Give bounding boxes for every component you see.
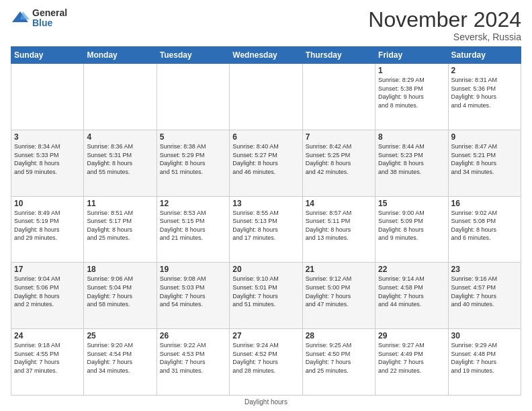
day-info: Sunrise: 9:08 AM Sunset: 5:03 PM Dayligh… [160, 275, 226, 308]
calendar-cell: 14Sunrise: 8:57 AM Sunset: 5:11 PM Dayli… [302, 196, 375, 263]
calendar-cell: 17Sunrise: 9:04 AM Sunset: 5:06 PM Dayli… [11, 263, 84, 329]
title-area: November 2024 Seversk, Russia [368, 8, 521, 42]
day-number: 11 [87, 199, 153, 208]
calendar-cell: 22Sunrise: 9:14 AM Sunset: 4:58 PM Dayli… [375, 263, 448, 329]
day-number: 13 [232, 199, 299, 208]
day-info: Sunrise: 9:10 AM Sunset: 5:01 PM Dayligh… [232, 275, 299, 308]
day-number: 21 [306, 265, 372, 274]
day-info: Sunrise: 8:40 AM Sunset: 5:27 PM Dayligh… [232, 142, 299, 176]
calendar-cell [302, 64, 375, 130]
calendar-cell: 15Sunrise: 9:00 AM Sunset: 5:09 PM Dayli… [375, 196, 448, 263]
day-number: 23 [451, 265, 518, 274]
day-number: 18 [87, 265, 153, 274]
day-number: 12 [160, 199, 226, 208]
day-info: Sunrise: 9:24 AM Sunset: 4:52 PM Dayligh… [232, 341, 299, 375]
day-number: 29 [378, 331, 445, 340]
calendar-cell: 29Sunrise: 9:27 AM Sunset: 4:49 PM Dayli… [375, 329, 448, 396]
day-number: 28 [306, 331, 372, 340]
day-info: Sunrise: 9:16 AM Sunset: 4:57 PM Dayligh… [451, 275, 518, 308]
day-info: Sunrise: 8:31 AM Sunset: 5:36 PM Dayligh… [451, 76, 518, 109]
day-number: 20 [232, 265, 299, 274]
day-number: 9 [451, 132, 518, 142]
calendar-cell: 9Sunrise: 8:47 AM Sunset: 5:21 PM Daylig… [448, 130, 521, 196]
calendar-week-row: 17Sunrise: 9:04 AM Sunset: 5:06 PM Dayli… [11, 263, 521, 329]
calendar-day-header: Saturday [448, 47, 521, 64]
day-info: Sunrise: 8:44 AM Sunset: 5:23 PM Dayligh… [378, 142, 445, 176]
header: General Blue November 2024 Seversk, Russ… [11, 8, 521, 42]
page: General Blue November 2024 Seversk, Russ… [0, 0, 532, 411]
footer-note: Daylight hours [11, 398, 521, 406]
day-number: 24 [14, 331, 81, 340]
calendar-day-header: Wednesday [230, 47, 302, 64]
logo: General Blue [11, 8, 67, 29]
day-info: Sunrise: 8:38 AM Sunset: 5:29 PM Dayligh… [160, 142, 226, 176]
day-number: 6 [232, 132, 299, 142]
day-number: 17 [14, 265, 81, 274]
month-title: November 2024 [368, 8, 521, 32]
logo-icon [11, 9, 30, 28]
day-info: Sunrise: 9:18 AM Sunset: 4:55 PM Dayligh… [14, 341, 81, 375]
calendar-cell: 6Sunrise: 8:40 AM Sunset: 5:27 PM Daylig… [230, 130, 302, 196]
day-number: 2 [451, 66, 518, 75]
calendar-cell [157, 64, 229, 130]
calendar-cell: 13Sunrise: 8:55 AM Sunset: 5:13 PM Dayli… [230, 196, 302, 263]
day-info: Sunrise: 8:47 AM Sunset: 5:21 PM Dayligh… [451, 142, 518, 176]
calendar-cell: 25Sunrise: 9:20 AM Sunset: 4:54 PM Dayli… [84, 329, 157, 396]
calendar-cell: 19Sunrise: 9:08 AM Sunset: 5:03 PM Dayli… [157, 263, 229, 329]
logo-text: General Blue [32, 8, 67, 29]
calendar-week-row: 1Sunrise: 8:29 AM Sunset: 5:38 PM Daylig… [11, 64, 521, 130]
day-info: Sunrise: 8:42 AM Sunset: 5:25 PM Dayligh… [306, 142, 372, 176]
calendar-cell: 18Sunrise: 9:06 AM Sunset: 5:04 PM Dayli… [84, 263, 157, 329]
calendar-cell: 1Sunrise: 8:29 AM Sunset: 5:38 PM Daylig… [375, 64, 448, 130]
calendar-cell: 20Sunrise: 9:10 AM Sunset: 5:01 PM Dayli… [230, 263, 302, 329]
day-number: 27 [232, 331, 299, 340]
day-info: Sunrise: 9:12 AM Sunset: 5:00 PM Dayligh… [306, 275, 372, 308]
day-number: 5 [160, 132, 226, 142]
day-number: 19 [160, 265, 226, 274]
calendar-cell: 27Sunrise: 9:24 AM Sunset: 4:52 PM Dayli… [230, 329, 302, 396]
day-info: Sunrise: 8:34 AM Sunset: 5:33 PM Dayligh… [14, 142, 81, 176]
calendar-cell: 12Sunrise: 8:53 AM Sunset: 5:15 PM Dayli… [157, 196, 229, 263]
calendar-day-header: Friday [375, 47, 448, 64]
day-number: 7 [306, 132, 372, 142]
day-number: 30 [451, 331, 518, 340]
day-info: Sunrise: 8:49 AM Sunset: 5:19 PM Dayligh… [14, 209, 81, 242]
logo-general: General [32, 8, 67, 18]
calendar: SundayMondayTuesdayWednesdayThursdayFrid… [11, 46, 521, 396]
day-number: 16 [451, 199, 518, 208]
day-number: 22 [378, 265, 445, 274]
calendar-cell: 26Sunrise: 9:22 AM Sunset: 4:53 PM Dayli… [157, 329, 229, 396]
day-info: Sunrise: 9:06 AM Sunset: 5:04 PM Dayligh… [87, 275, 153, 308]
day-number: 15 [378, 199, 445, 208]
day-info: Sunrise: 9:20 AM Sunset: 4:54 PM Dayligh… [87, 341, 153, 375]
calendar-cell: 16Sunrise: 9:02 AM Sunset: 5:08 PM Dayli… [448, 196, 521, 263]
day-info: Sunrise: 8:36 AM Sunset: 5:31 PM Dayligh… [87, 142, 153, 176]
day-info: Sunrise: 9:02 AM Sunset: 5:08 PM Dayligh… [451, 209, 518, 242]
calendar-cell [84, 64, 157, 130]
day-info: Sunrise: 9:27 AM Sunset: 4:49 PM Dayligh… [378, 341, 445, 375]
calendar-day-header: Monday [84, 47, 157, 64]
day-number: 1 [378, 66, 445, 75]
calendar-cell: 8Sunrise: 8:44 AM Sunset: 5:23 PM Daylig… [375, 130, 448, 196]
logo-blue: Blue [32, 18, 67, 28]
day-info: Sunrise: 8:55 AM Sunset: 5:13 PM Dayligh… [232, 209, 299, 242]
day-info: Sunrise: 8:51 AM Sunset: 5:17 PM Dayligh… [87, 209, 153, 242]
calendar-cell: 28Sunrise: 9:25 AM Sunset: 4:50 PM Dayli… [302, 329, 375, 396]
calendar-cell: 4Sunrise: 8:36 AM Sunset: 5:31 PM Daylig… [84, 130, 157, 196]
day-info: Sunrise: 8:29 AM Sunset: 5:38 PM Dayligh… [378, 76, 445, 109]
calendar-week-row: 3Sunrise: 8:34 AM Sunset: 5:33 PM Daylig… [11, 130, 521, 196]
day-info: Sunrise: 9:25 AM Sunset: 4:50 PM Dayligh… [306, 341, 372, 375]
calendar-week-row: 10Sunrise: 8:49 AM Sunset: 5:19 PM Dayli… [11, 196, 521, 263]
day-number: 8 [378, 132, 445, 142]
calendar-day-header: Sunday [11, 47, 84, 64]
calendar-cell: 30Sunrise: 9:29 AM Sunset: 4:48 PM Dayli… [448, 329, 521, 396]
calendar-cell: 24Sunrise: 9:18 AM Sunset: 4:55 PM Dayli… [11, 329, 84, 396]
day-number: 3 [14, 132, 81, 142]
calendar-day-header: Tuesday [157, 47, 229, 64]
day-number: 26 [160, 331, 226, 340]
day-number: 10 [14, 199, 81, 208]
day-info: Sunrise: 9:14 AM Sunset: 4:58 PM Dayligh… [378, 275, 445, 308]
day-info: Sunrise: 9:00 AM Sunset: 5:09 PM Dayligh… [378, 209, 445, 242]
calendar-day-header: Thursday [302, 47, 375, 64]
day-number: 25 [87, 331, 153, 340]
